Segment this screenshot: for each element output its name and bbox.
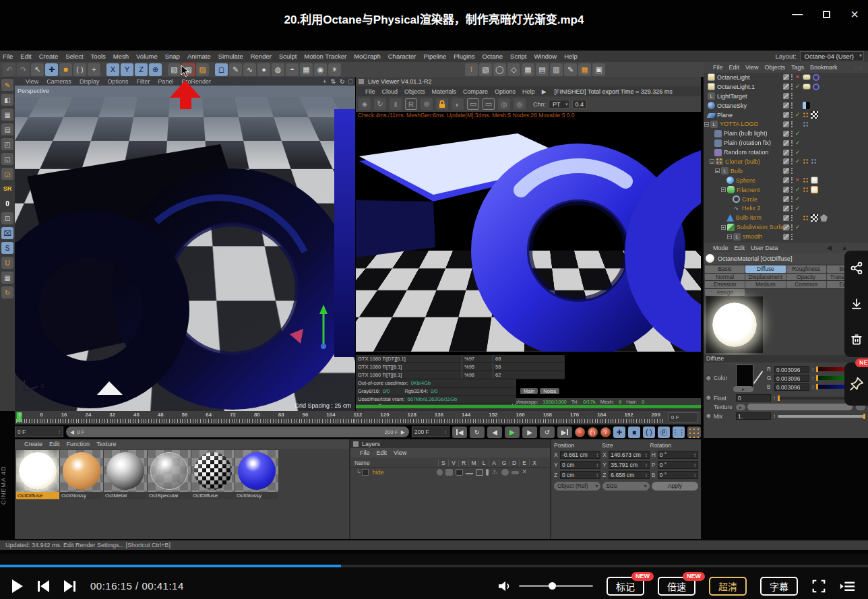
goto-start-button[interactable]: ◀	[452, 427, 467, 438]
tab-roughness[interactable]: Roughness	[786, 265, 826, 273]
object-row[interactable]: Random rotation✓	[704, 148, 868, 157]
scale-tool-icon[interactable]: ■	[59, 63, 72, 76]
floor-icon[interactable]: ▦	[300, 63, 313, 76]
array-a-icon[interactable]: ▦	[522, 63, 534, 76]
light-icon[interactable]: ☀	[328, 63, 341, 76]
material-tag-icon[interactable]	[803, 177, 809, 183]
deformer-icon[interactable]: ◍	[272, 63, 284, 76]
diffuse-section-header[interactable]: Diffuse	[704, 355, 868, 362]
kernel-dropdown[interactable]: PT	[549, 100, 569, 108]
keyframe-selection-button[interactable]: ?	[600, 427, 611, 437]
mark-button[interactable]: 标记NEW	[607, 577, 644, 596]
redo-icon[interactable]: ↷	[17, 63, 30, 76]
play-button[interactable]: ▶	[505, 427, 520, 438]
sky-tag-icon[interactable]	[803, 102, 810, 109]
camera-icon[interactable]: ◉	[314, 63, 327, 76]
layer-chip[interactable]	[783, 112, 789, 118]
workplane-icon[interactable]: ▧	[479, 63, 492, 76]
object-row[interactable]: Subdivision Surface✓	[704, 222, 868, 232]
object-row[interactable]: Plain (rotation fix)✓	[704, 138, 868, 148]
enabled-cross-icon[interactable]: ×	[795, 74, 801, 80]
layer-lock-icon[interactable]	[476, 469, 483, 476]
object-row[interactable]: LLightTarget	[704, 92, 868, 101]
position-z-field[interactable]: Z0 cm↕	[554, 471, 600, 479]
mm-menu-edit[interactable]: Edit	[49, 441, 60, 447]
sample-value-field[interactable]: 0.4	[572, 100, 588, 108]
pen-mode-icon[interactable]: ✎	[1, 79, 13, 91]
menu-pipeline[interactable]: Pipeline	[423, 53, 446, 60]
menu-sculpt[interactable]: Sculpt	[279, 53, 297, 60]
menu-file[interactable]: File	[3, 53, 13, 60]
layer-chip[interactable]	[783, 74, 789, 80]
settings-gear-icon[interactable]: ⊛	[421, 98, 433, 110]
add-cube-icon[interactable]: ◻	[215, 63, 228, 76]
mm-menu-function[interactable]: Function	[67, 441, 90, 447]
collapse-toggle-icon[interactable]	[721, 187, 726, 192]
material-preview-tag-selected[interactable]	[811, 186, 818, 193]
rotation-p-field[interactable]: P0 °↕	[652, 461, 698, 469]
axis-mode-icon[interactable]: ⊺	[465, 63, 478, 76]
lv-menu-options[interactable]: Options	[495, 88, 516, 95]
layer-chip[interactable]	[783, 102, 789, 108]
z-axis-lock-icon[interactable]: Z	[135, 63, 148, 76]
lock-resolution-icon[interactable]	[436, 98, 448, 110]
vp-zoom-icon[interactable]: ⇅	[330, 78, 336, 85]
g-value-field[interactable]: 0.003096	[774, 375, 809, 382]
maximize-button[interactable]	[823, 11, 830, 18]
lv-menu-compare[interactable]: Compare	[463, 88, 488, 95]
record-parameter-toggle[interactable]: Ⓟ	[658, 427, 670, 438]
brush-icon[interactable]: ✎	[564, 63, 577, 76]
checker-texture-tag-icon[interactable]	[811, 214, 818, 222]
enabled-check-icon[interactable]: ✓	[795, 224, 801, 230]
pen-tool-icon[interactable]: ✎	[229, 63, 242, 76]
visibility-dots[interactable]	[791, 121, 793, 127]
workplane-mode-icon[interactable]: ▤	[1, 123, 13, 135]
player-play-button[interactable]	[12, 579, 23, 593]
mat-menu-mode[interactable]: Mode	[713, 245, 728, 251]
size-y-field[interactable]: Y35.791 cm↕	[602, 461, 649, 469]
volume-knob[interactable]	[549, 582, 556, 590]
b-value-field[interactable]: 0.003096	[774, 383, 809, 391]
lv-menu-cloud[interactable]: Cloud	[382, 88, 398, 95]
menu-simulate[interactable]: Simulate	[218, 53, 243, 60]
layer-chip[interactable]	[783, 121, 789, 127]
menu-select[interactable]: Select	[65, 53, 83, 60]
back-icon[interactable]: ◀	[826, 244, 832, 251]
lv-menu-materials[interactable]: Materials	[432, 88, 457, 95]
polygon-selection-tag-icon[interactable]	[820, 214, 828, 222]
snap-magnet-icon[interactable]: U	[1, 257, 13, 269]
layer-chip[interactable]	[783, 187, 789, 193]
y-axis-lock-icon[interactable]: Y	[121, 63, 133, 76]
visibility-dots[interactable]	[791, 140, 793, 146]
enabled-check-icon[interactable]: ✓	[795, 84, 801, 90]
end-frame-spinner[interactable]: 200 F↕	[412, 427, 450, 437]
enabled-check-icon[interactable]: ✓	[795, 131, 801, 137]
coord-system-icon[interactable]: ⊕	[149, 63, 162, 76]
layer-chip[interactable]	[783, 224, 789, 230]
visibility-dots[interactable]	[791, 131, 793, 137]
vp-menu-display[interactable]: Display	[80, 78, 100, 85]
vp-menu-view[interactable]: View	[26, 78, 38, 85]
material-item[interactable]: OctMetal	[104, 450, 147, 499]
menu-animate[interactable]: Animate	[187, 53, 211, 60]
lv-menu-expand-icon[interactable]: ▶	[542, 88, 547, 95]
object-row[interactable]: Lsmooth	[704, 232, 868, 241]
constraint-tag-icon[interactable]	[803, 121, 809, 127]
layers-menu-file[interactable]: File	[360, 449, 370, 456]
light-tag-icon[interactable]	[803, 84, 811, 90]
subtitle-button[interactable]: 字幕	[760, 577, 798, 596]
render-region-icon[interactable]: ▭	[483, 98, 495, 110]
color-mode-button[interactable]: ▸	[733, 386, 753, 392]
om-menu-file[interactable]: File	[713, 64, 723, 71]
loop-mode-button[interactable]: ↺	[540, 427, 555, 438]
menu-motion-tracker[interactable]: Motion Tracker	[304, 53, 346, 60]
anim-toggle-icon[interactable]	[706, 395, 712, 401]
keyframe-film-icon[interactable]	[687, 427, 701, 438]
eyedropper-icon[interactable]	[755, 365, 765, 391]
autokey-button[interactable]: ( )	[588, 427, 598, 437]
float-value-field[interactable]: 0	[736, 394, 771, 402]
menu-octane[interactable]: Octane	[482, 53, 503, 60]
menu-edit[interactable]: Edit	[20, 53, 31, 60]
layer-anim-icon[interactable]	[486, 469, 489, 476]
render-pause-icon[interactable]: ‖	[390, 98, 402, 110]
